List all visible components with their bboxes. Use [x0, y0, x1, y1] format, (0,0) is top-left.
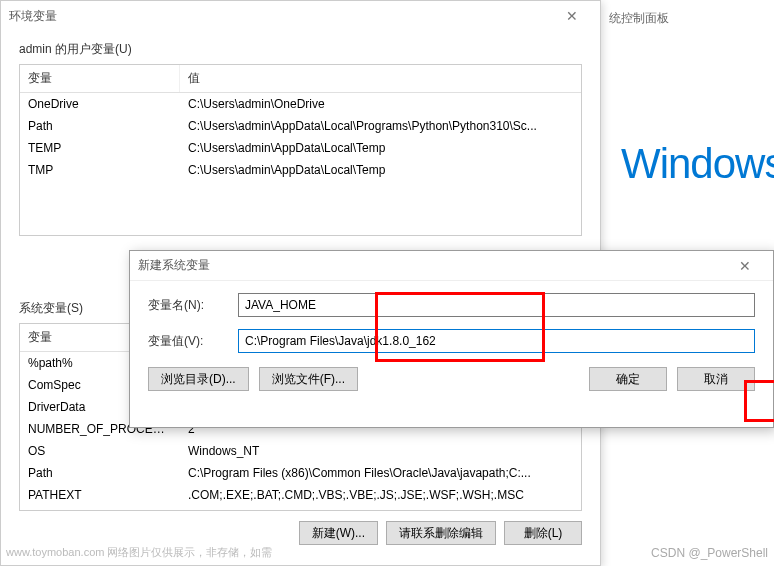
sys-button-row: 新建(W)... 请联系删除编辑 删除(L)	[19, 521, 582, 545]
user-vars-table: 变量 值 OneDriveC:\Users\admin\OneDrivePath…	[19, 64, 582, 236]
var-value-row: 变量值(V):	[130, 329, 773, 353]
watermark-right: CSDN @_PowerShell	[651, 546, 768, 560]
watermark-left: www.toymoban.com 网络图片仅供展示，非存储，如需	[6, 545, 272, 560]
var-name-label: 变量名(N):	[148, 297, 238, 314]
cell-var-name: OS	[20, 440, 180, 462]
var-name-input[interactable]	[238, 293, 755, 317]
env-title: 环境变量	[9, 8, 57, 25]
table-row[interactable]: PATHEXT.COM;.EXE;.BAT;.CMD;.VBS;.VBE;.JS…	[20, 484, 581, 506]
new-titlebar: 新建系统变量 ✕	[130, 251, 773, 281]
table-row[interactable]: PathC:\Program Files (x86)\Common Files\…	[20, 462, 581, 484]
edit-button[interactable]: 请联系删除编辑	[386, 521, 496, 545]
close-icon[interactable]: ✕	[552, 2, 592, 30]
table-row[interactable]: OSWindows_NT	[20, 440, 581, 462]
var-value-label: 变量值(V):	[148, 333, 238, 350]
cell-var-name: Path	[20, 462, 180, 484]
cancel-button[interactable]: 取消	[677, 367, 755, 391]
new-button[interactable]: 新建(W)...	[299, 521, 378, 545]
browse-file-button[interactable]: 浏览文件(F)...	[259, 367, 358, 391]
close-icon[interactable]: ✕	[725, 252, 765, 280]
table-row[interactable]: PathC:\Users\admin\AppData\Local\Program…	[20, 115, 581, 137]
browse-dir-button[interactable]: 浏览目录(D)...	[148, 367, 249, 391]
user-vars-label: admin 的用户变量(U)	[1, 31, 600, 64]
ok-button[interactable]: 确定	[589, 367, 667, 391]
bg-panel-title: 统控制面板	[601, 0, 774, 37]
cell-var-name: OneDrive	[20, 93, 180, 115]
cell-var-value: C:\Users\admin\AppData\Local\Temp	[180, 159, 581, 181]
delete-button[interactable]: 删除(L)	[504, 521, 582, 545]
cell-var-name: PATHEXT	[20, 484, 180, 506]
var-name-row: 变量名(N):	[130, 293, 773, 317]
col-variable[interactable]: 变量	[20, 65, 180, 92]
col-value[interactable]: 值	[180, 65, 581, 92]
cell-var-name: TEMP	[20, 137, 180, 159]
table-header: 变量 值	[20, 65, 581, 93]
cell-var-value: C:\Users\admin\AppData\Local\Temp	[180, 137, 581, 159]
cell-var-name: TMP	[20, 159, 180, 181]
cell-var-name: Path	[20, 115, 180, 137]
new-title: 新建系统变量	[138, 257, 210, 274]
cell-var-value: C:\Program Files (x86)\Common Files\Orac…	[180, 462, 581, 484]
new-sysvar-dialog: 新建系统变量 ✕ 变量名(N): 变量值(V): 浏览目录(D)... 浏览文件…	[129, 250, 774, 428]
cell-var-value: .COM;.EXE;.BAT;.CMD;.VBS;.VBE;.JS;.JSE;.…	[180, 484, 581, 506]
table-row[interactable]: TMPC:\Users\admin\AppData\Local\Temp	[20, 159, 581, 181]
table-row[interactable]: TEMPC:\Users\admin\AppData\Local\Temp	[20, 137, 581, 159]
var-value-input[interactable]	[238, 329, 755, 353]
env-titlebar: 环境变量 ✕	[1, 1, 600, 31]
cell-var-value: C:\Users\admin\OneDrive	[180, 93, 581, 115]
new-dialog-buttons: 浏览目录(D)... 浏览文件(F)... 确定 取消	[130, 353, 773, 391]
table-row[interactable]: OneDriveC:\Users\admin\OneDrive	[20, 93, 581, 115]
cell-var-value: C:\Users\admin\AppData\Local\Programs\Py…	[180, 115, 581, 137]
windows-logo-text: Windows	[621, 140, 774, 188]
cell-var-value: Windows_NT	[180, 440, 581, 462]
